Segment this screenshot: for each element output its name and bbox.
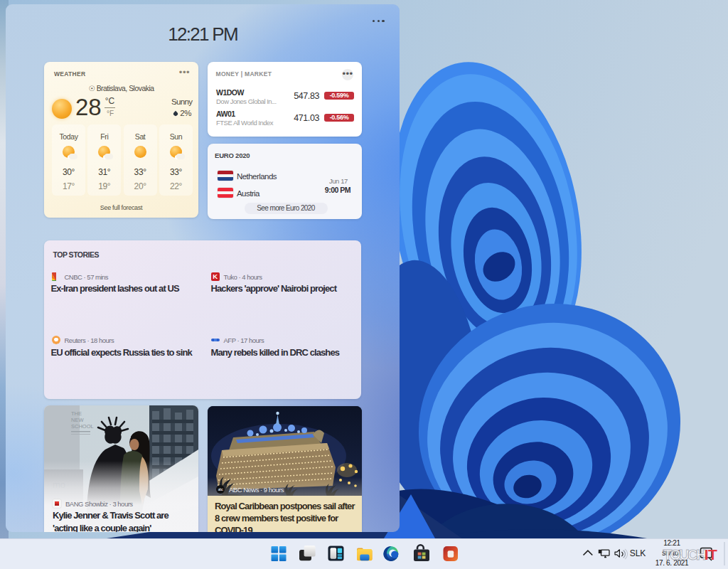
svg-text:THE: THE: [71, 410, 82, 417]
svg-text:NEW: NEW: [71, 417, 84, 423]
svg-text:SCHOOL: SCHOOL: [71, 423, 94, 430]
